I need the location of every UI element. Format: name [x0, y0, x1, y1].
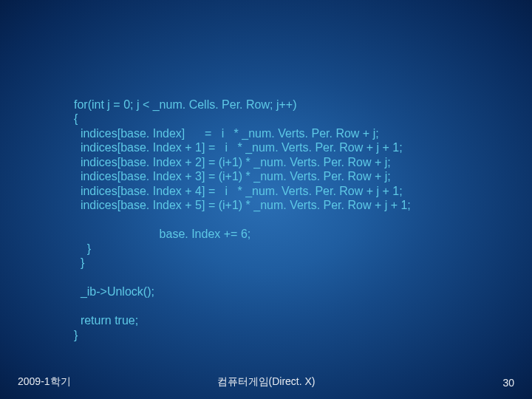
code-line: indices[base. Index + 1] = i * _num. Ver…	[74, 141, 403, 154]
code-line: indices[base. Index + 2] = (i+1) * _num.…	[74, 156, 391, 168]
code-line: }	[74, 242, 91, 255]
footer-left: 2009-1학기	[18, 375, 71, 389]
code-line: }	[74, 256, 84, 269]
code-line: }	[74, 329, 78, 341]
footer-right: 30	[502, 377, 514, 389]
code-line: indices[base. Index] = i * _num. Verts. …	[74, 127, 379, 140]
code-line: {	[74, 112, 78, 125]
code-line: return true;	[74, 314, 138, 327]
code-line: base. Index += 6;	[74, 228, 250, 240]
footer-center: 컴퓨터게임(Direct. X)	[217, 375, 316, 389]
code-line: for(int j = 0; j < _num. Cells. Per. Row…	[74, 98, 296, 111]
code-block: for(int j = 0; j < _num. Cells. Per. Row…	[74, 83, 411, 357]
slide: for(int j = 0; j < _num. Cells. Per. Row…	[0, 0, 532, 399]
code-line: indices[base. Index + 4] = i * _num. Ver…	[74, 185, 403, 197]
code-line: indices[base. Index + 3] = (i+1) * _num.…	[74, 170, 391, 183]
code-line: indices[base. Index + 5] = (i+1) * _num.…	[74, 199, 411, 211]
code-line: _ib->Unlock();	[74, 285, 154, 298]
